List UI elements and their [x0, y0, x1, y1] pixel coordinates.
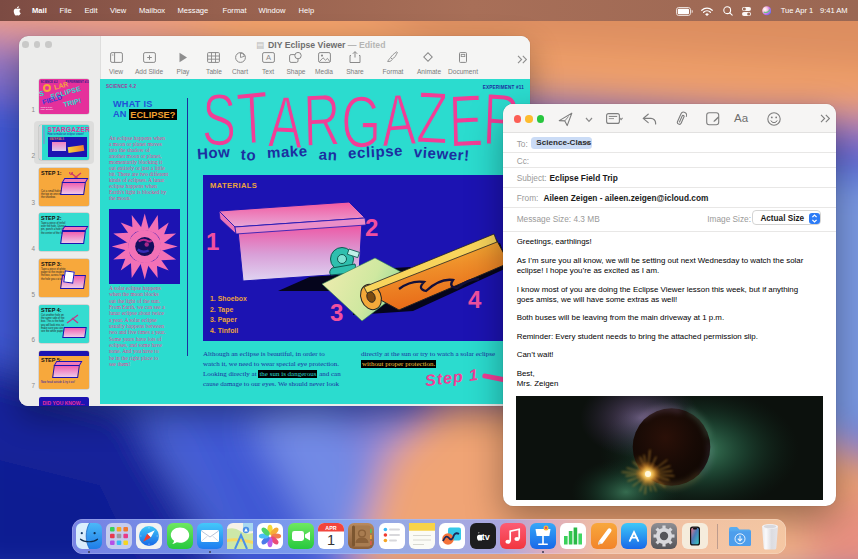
svg-text:2: 2 — [365, 214, 378, 241]
svg-text:tv: tv — [481, 532, 489, 542]
svg-text:3: 3 — [330, 299, 343, 326]
svg-text:1: 1 — [327, 532, 335, 548]
svg-text:1: 1 — [206, 228, 219, 255]
svg-text:A: A — [266, 53, 271, 62]
svg-text:APR: APR — [325, 525, 336, 531]
svg-text:4: 4 — [468, 286, 482, 313]
